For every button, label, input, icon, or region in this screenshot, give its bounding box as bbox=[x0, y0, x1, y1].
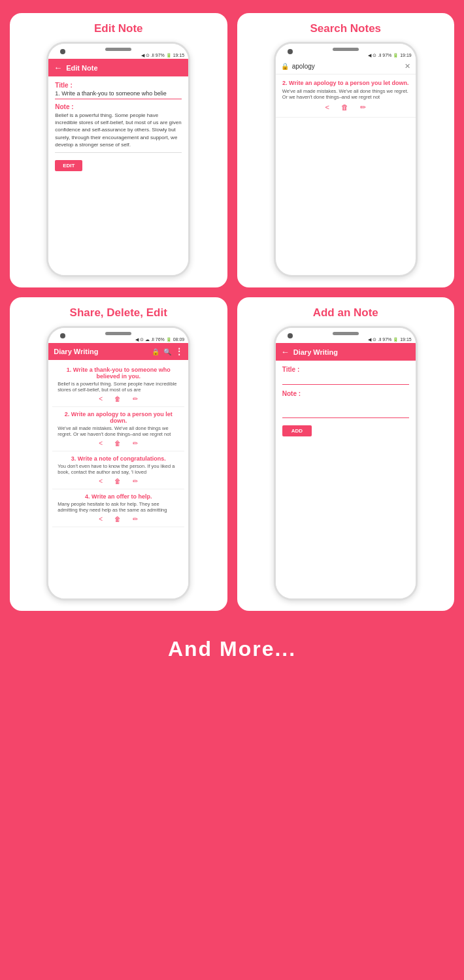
share-icon-3[interactable]: < bbox=[99, 478, 103, 485]
edit-note-app-bar: ← Edit Note bbox=[48, 59, 188, 76]
share-delete-edit-card: Share, Delete, Edit ◀ ⊙ ☁ .ll 76% 🔋 08:0… bbox=[10, 297, 227, 611]
item-3-actions: < 🗑 ✏ bbox=[58, 478, 179, 485]
item-2-body: We've all made mistakes. We've all done … bbox=[58, 425, 179, 437]
list-content: 1. Write a thank-you to someone who beli… bbox=[48, 360, 188, 598]
lock-icon: 🔒 bbox=[281, 63, 289, 70]
edit-icon-4[interactable]: ✏ bbox=[133, 515, 138, 523]
lock-icon-2[interactable]: 🔒 bbox=[152, 348, 159, 355]
edit-button[interactable]: EDIT bbox=[55, 160, 82, 171]
item-1-actions: < 🗑 ✏ bbox=[58, 395, 179, 402]
phone-top-bar-4 bbox=[276, 328, 416, 336]
search-notes-card: Search Notes ◀ ⊙ .ll 97% 🔋 19:19 🔒 apolo… bbox=[237, 13, 455, 287]
edit-icon-1[interactable]: ✏ bbox=[133, 395, 138, 402]
share-icon-2[interactable]: < bbox=[99, 440, 103, 447]
item-3-body: You don't even have to know the person. … bbox=[58, 463, 179, 475]
note-label: Note : bbox=[55, 103, 182, 110]
status-bar-2: ◀ ⊙ .ll 97% 🔋 19:19 bbox=[276, 52, 416, 59]
search-result: 2. Write an apology to a person you let … bbox=[276, 74, 416, 118]
title-input[interactable] bbox=[282, 374, 409, 385]
add-note-content: Title : Note : ADD bbox=[276, 361, 416, 598]
back-arrow-icon[interactable]: ← bbox=[54, 63, 62, 73]
note-body: Belief is a powerful thing. Some people … bbox=[55, 112, 182, 153]
delete-icon-4[interactable]: 🗑 bbox=[114, 515, 121, 523]
close-icon[interactable]: ✕ bbox=[405, 62, 410, 71]
share-icon-1[interactable]: < bbox=[99, 395, 103, 402]
item-2-title: 2. Write an apology to a person you let … bbox=[58, 411, 179, 424]
phone-top-bar-3 bbox=[48, 328, 188, 336]
search-notes-title: Search Notes bbox=[310, 22, 381, 35]
search-input[interactable]: apology bbox=[292, 63, 401, 70]
item-4-actions: < 🗑 ✏ bbox=[58, 515, 179, 523]
search-notes-phone: ◀ ⊙ .ll 97% 🔋 19:19 🔒 apology ✕ 2. Write… bbox=[274, 42, 418, 277]
edit-icon-3[interactable]: ✏ bbox=[133, 478, 138, 485]
status-bar: ◀ ⊙ .ll 97% 🔋 19:15 bbox=[48, 52, 188, 59]
speaker bbox=[105, 48, 131, 51]
status-bar-4: ◀ ⊙ .ll 97% 🔋 19:15 bbox=[276, 336, 416, 343]
add-note-title: Add an Note bbox=[313, 306, 378, 319]
add-button[interactable]: ADD bbox=[282, 425, 312, 436]
bottom-grid: Share, Delete, Edit ◀ ⊙ ☁ .ll 76% 🔋 08:0… bbox=[10, 297, 454, 611]
add-note-card: Add an Note ◀ ⊙ .ll 97% 🔋 19:15 ← Diary … bbox=[237, 297, 455, 611]
item-1-title: 1. Write a thank-you to someone who beli… bbox=[58, 367, 179, 380]
speaker-2 bbox=[333, 48, 359, 51]
edit-note-content: Title : 1. Write a thank-you to someone … bbox=[48, 76, 188, 275]
add-note-phone: ◀ ⊙ .ll 97% 🔋 19:15 ← Diary Writing Titl… bbox=[274, 326, 418, 600]
title-label: Title : bbox=[55, 82, 182, 89]
delete-icon[interactable]: 🗑 bbox=[341, 103, 348, 112]
diary-title: Diary Writing bbox=[54, 348, 148, 355]
and-more-text: And More... bbox=[168, 624, 296, 668]
edit-note-card: Edit Note ◀ ⊙ .ll 97% 🔋 19:15 ← Edit Not… bbox=[10, 13, 227, 287]
result-title: 2. Write an apology to a person you let … bbox=[282, 80, 409, 86]
delete-icon-1[interactable]: 🗑 bbox=[114, 395, 121, 402]
edit-note-phone: ◀ ⊙ .ll 97% 🔋 19:15 ← Edit Note Title : … bbox=[46, 42, 190, 277]
list-item-3: 3. Write a note of congratulations. You … bbox=[52, 451, 184, 489]
app-bar-title: Edit Note bbox=[66, 64, 183, 72]
speaker-4 bbox=[333, 332, 359, 335]
edit-icon[interactable]: ✏ bbox=[360, 103, 366, 112]
edit-note-title: Edit Note bbox=[94, 22, 143, 35]
edit-icon-2[interactable]: ✏ bbox=[133, 440, 138, 447]
status-bar-3: ◀ ⊙ ☁ .ll 76% 🔋 08:09 bbox=[48, 336, 188, 343]
diary-app-bar: Diary Writing 🔒 🔍 ⋮ bbox=[48, 343, 188, 360]
item-1-body: Belief is a powerful thing. Some people … bbox=[58, 381, 179, 393]
list-item-2: 2. Write an apology to a person you let … bbox=[52, 407, 184, 451]
share-delete-phone: ◀ ⊙ ☁ .ll 76% 🔋 08:09 Diary Writing 🔒 🔍 … bbox=[46, 326, 190, 600]
item-4-title: 4. Write an offer to help. bbox=[58, 493, 179, 500]
top-grid: Edit Note ◀ ⊙ .ll 97% 🔋 19:15 ← Edit Not… bbox=[10, 13, 454, 287]
add-note-label: Note : bbox=[282, 390, 409, 397]
result-actions: < 🗑 ✏ bbox=[282, 103, 409, 112]
speaker-3 bbox=[105, 332, 131, 335]
back-arrow-icon-2[interactable]: ← bbox=[281, 347, 290, 357]
add-app-bar-title: Diary Writing bbox=[293, 348, 410, 356]
add-title-label: Title : bbox=[282, 366, 409, 373]
phone-top-bar bbox=[48, 44, 188, 52]
phone-top-bar-2 bbox=[276, 44, 416, 52]
search-icon[interactable]: 🔍 bbox=[163, 348, 171, 355]
item-4-body: Many people hesitate to ask for help. Th… bbox=[58, 501, 179, 513]
share-icon[interactable]: < bbox=[325, 103, 329, 112]
note-input[interactable] bbox=[282, 399, 409, 418]
title-value: 1. Write a thank-you to someone who beli… bbox=[55, 90, 182, 99]
app-bar-icons: 🔒 🔍 ⋮ bbox=[152, 347, 183, 356]
camera-dot-4 bbox=[288, 333, 293, 338]
more-icon[interactable]: ⋮ bbox=[175, 347, 183, 356]
camera-dot-2 bbox=[288, 49, 293, 54]
share-icon-4[interactable]: < bbox=[99, 515, 103, 523]
item-3-title: 3. Write a note of congratulations. bbox=[58, 455, 179, 462]
result-body: We've all made mistakes. We've all done … bbox=[282, 88, 409, 100]
add-app-bar: ← Diary Writing bbox=[276, 343, 416, 361]
item-2-actions: < 🗑 ✏ bbox=[58, 440, 179, 447]
delete-icon-2[interactable]: 🗑 bbox=[114, 440, 121, 447]
list-item-1: 1. Write a thank-you to someone who beli… bbox=[52, 363, 184, 407]
delete-icon-3[interactable]: 🗑 bbox=[114, 478, 121, 485]
list-item-4: 4. Write an offer to help. Many people h… bbox=[52, 489, 184, 527]
share-delete-edit-title: Share, Delete, Edit bbox=[70, 306, 167, 319]
search-bar[interactable]: 🔒 apology ✕ bbox=[276, 59, 416, 74]
